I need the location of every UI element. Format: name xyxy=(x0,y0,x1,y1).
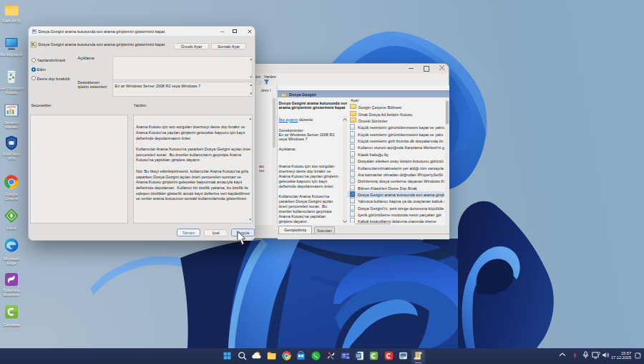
svg-text:T: T xyxy=(343,353,346,358)
svg-text:W: W xyxy=(356,353,361,358)
